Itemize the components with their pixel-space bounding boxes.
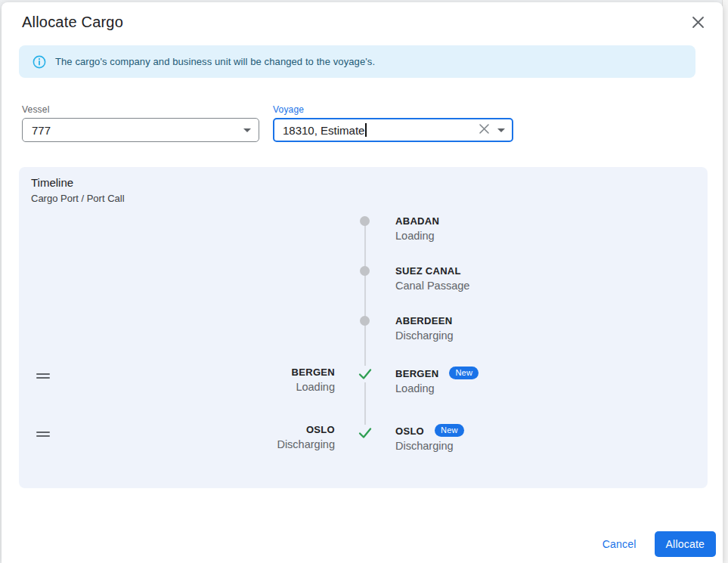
port-activity: Canal Passage xyxy=(395,280,469,292)
port-name: OSLO xyxy=(395,425,424,437)
allocate-button[interactable]: Allocate xyxy=(655,531,716,557)
timeline-stop: ABERDEEN Discharging xyxy=(395,315,454,342)
chevron-down-icon xyxy=(243,128,251,132)
dialog-title: Allocate Cargo xyxy=(22,14,123,31)
dialog-footer: Cancel Allocate xyxy=(603,531,716,557)
close-icon xyxy=(692,16,705,31)
vessel-label: Vessel xyxy=(22,104,259,115)
info-icon xyxy=(33,55,46,69)
timeline-panel: Timeline Cargo Port / Port Call ABADAN L… xyxy=(19,167,708,488)
cargo-port-name: BERGEN xyxy=(292,367,335,379)
clear-icon xyxy=(479,123,490,137)
vessel-value: 777 xyxy=(32,124,237,137)
timeline-stop: OSLONew Discharging xyxy=(395,424,464,453)
port-name: SUEZ CANAL xyxy=(395,265,469,277)
cargo-port-activity: Loading xyxy=(292,381,335,394)
timeline-subtitle: Cargo Port / Port Call xyxy=(31,193,125,204)
check-icon xyxy=(357,425,373,441)
port-activity: Loading xyxy=(395,382,479,395)
timeline-connector-line xyxy=(364,221,366,434)
timeline-dot xyxy=(360,316,370,326)
new-badge: New xyxy=(449,367,479,379)
timeline-stop: BERGENNew Loading xyxy=(395,367,479,395)
new-badge: New xyxy=(435,424,464,437)
cargo-port-block: OSLO Discharging xyxy=(277,424,335,451)
timeline-stop: SUEZ CANAL Canal Passage xyxy=(395,265,469,292)
port-name: ABADAN xyxy=(395,215,439,227)
allocate-cargo-dialog: Allocate Cargo The cargo's company and b… xyxy=(2,2,723,563)
drag-handle[interactable] xyxy=(36,432,50,437)
drag-handle[interactable] xyxy=(36,373,50,379)
voyage-field-group: Voyage 18310, Estimate xyxy=(273,104,513,142)
timeline-stop: ABADAN Loading xyxy=(395,215,439,243)
cargo-port-block: BERGEN Loading xyxy=(292,367,335,394)
voyage-input[interactable]: 18310, Estimate xyxy=(273,118,513,142)
text-cursor xyxy=(365,123,367,137)
cancel-button[interactable]: Cancel xyxy=(603,538,637,550)
cargo-port-activity: Discharging xyxy=(277,438,335,451)
timeline-title: Timeline xyxy=(31,176,73,189)
background-page-edge xyxy=(722,0,728,563)
port-activity: Discharging xyxy=(395,329,454,342)
voyage-value: 18310, Estimate xyxy=(283,124,364,137)
port-name: BERGEN xyxy=(395,368,438,379)
close-button[interactable] xyxy=(688,14,708,33)
port-activity: Discharging xyxy=(395,440,464,453)
vessel-field-group: Vessel 777 xyxy=(22,104,259,142)
banner-message: The cargo's company and business unit wi… xyxy=(55,56,375,67)
timeline-dot xyxy=(360,266,370,276)
port-name: ABERDEEN xyxy=(395,315,454,327)
vessel-select[interactable]: 777 xyxy=(22,118,259,142)
timeline-dot xyxy=(360,216,370,226)
voyage-label: Voyage xyxy=(273,104,513,115)
chevron-down-icon[interactable] xyxy=(497,128,505,132)
cargo-port-name: OSLO xyxy=(277,424,335,436)
port-activity: Loading xyxy=(395,230,439,243)
check-icon xyxy=(357,366,373,382)
clear-voyage-button[interactable] xyxy=(477,122,491,138)
info-banner: The cargo's company and business unit wi… xyxy=(19,45,695,78)
